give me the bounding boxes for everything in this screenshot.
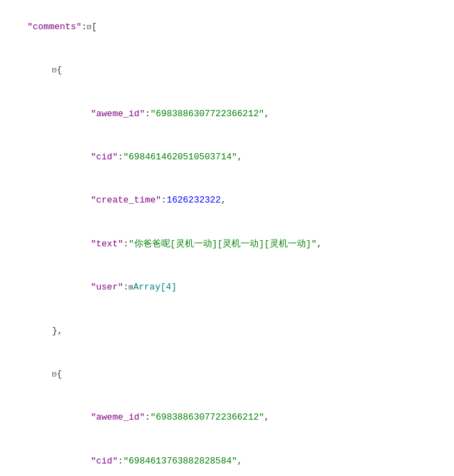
entry-2-aweme-id: "aweme_id":"6983886307722366212", [47, 397, 448, 440]
entry-1: ⊟{ "aweme_id":"6983886307722366212", "ci… [6, 49, 448, 353]
entry-1-text: "text":"你爸爸呢[灵机一动][灵机一动][灵机一动]", [47, 223, 448, 266]
entry-2-body: "aweme_id":"6983886307722366212", "cid":… [19, 397, 448, 476]
entry-1-user-toggle[interactable]: ⊞ [129, 283, 133, 292]
entry-1-user: "user":⊞Array[4] [47, 266, 448, 309]
entry-1-aweme-id: "aweme_id":"6983886307722366212", [47, 93, 448, 136]
comments-key: "comments" [27, 22, 81, 32]
entry-1-close: }, [19, 310, 448, 353]
entry-1-body: "aweme_id":"6983886307722366212", "cid":… [19, 93, 448, 310]
entry-2-cid: "cid":"6984613763882828584", [47, 440, 448, 476]
entry-2: ⊟{ "aweme_id":"6983886307722366212", "ci… [6, 353, 448, 476]
comments-header-line: "comments":⊟[ [6, 6, 448, 49]
json-viewer: "comments":⊟[ ⊟{ "aweme_id":"69838863077… [0, 3, 454, 476]
entry-1-cid: "cid":"6984614620510503714", [47, 136, 448, 179]
entry-1-open: ⊟{ [19, 49, 448, 92]
comments-toggle[interactable]: ⊟ [87, 23, 92, 31]
entry-1-create-time: "create_time":1626232322, [47, 180, 448, 223]
entry-2-open: ⊟{ [19, 353, 448, 396]
